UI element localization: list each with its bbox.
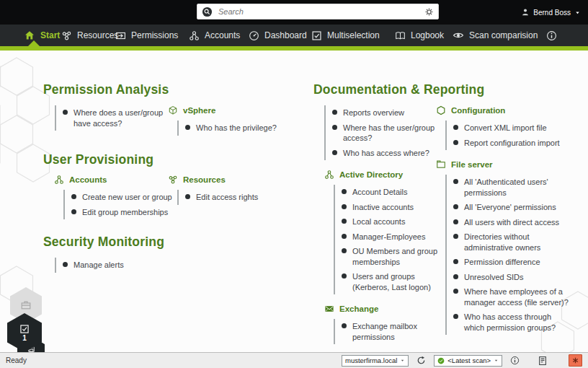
accounts-column: Accounts Create new user or group Edit g… <box>54 175 175 219</box>
bullet-icon <box>332 125 337 130</box>
section-title-documentation-reporting: Documentation & Reporting <box>313 82 484 97</box>
menu-link-everyone-permissions[interactable]: All 'Everyone' permissions <box>453 202 569 213</box>
accounts-org-icon <box>54 175 64 185</box>
active-tab-pointer <box>27 40 40 47</box>
logbook-icon <box>395 30 406 41</box>
bullet-icon <box>453 314 458 319</box>
scan-info-button[interactable] <box>510 356 520 365</box>
nav-accounts[interactable]: Accounts <box>189 25 240 46</box>
bullet-icon <box>342 204 347 209</box>
bullet-icon <box>453 274 458 279</box>
multiselection-icon <box>311 30 322 41</box>
menu-link-edit-memberships[interactable]: Edit group memberships <box>71 207 175 218</box>
nav-permissions[interactable]: Permissions <box>115 25 178 46</box>
chevron-down-icon <box>400 358 405 363</box>
bullet-icon <box>342 248 347 253</box>
start-page: Permission Analysis Where does a user/gr… <box>0 51 588 352</box>
scan-comparison-icon <box>453 30 464 41</box>
bullet-icon <box>453 125 458 130</box>
search-icon <box>202 6 213 17</box>
nav-scan-comparison[interactable]: Scan comparision <box>453 25 538 46</box>
permission-analysis-items: Where does a user/group have access? <box>55 105 176 131</box>
vsphere-cube-icon <box>168 105 178 115</box>
global-search[interactable] <box>197 4 439 19</box>
info-icon <box>510 356 520 365</box>
bullet-icon <box>453 259 458 264</box>
chevron-down-icon <box>574 9 581 16</box>
bullet-icon <box>453 140 458 145</box>
menu-link-access-through-permission-groups[interactable]: Who has access through which permission … <box>453 312 569 333</box>
menu-link-authenticated-users[interactable]: All 'Authenticated users' permissions <box>453 177 569 198</box>
file-server-icon <box>436 159 446 170</box>
alerts-button[interactable] <box>569 354 582 367</box>
security-monitoring-items: Manage alerts <box>55 258 176 273</box>
chevron-down-icon <box>494 358 499 363</box>
bullet-icon <box>453 204 458 209</box>
bullet-icon <box>63 110 68 115</box>
bullet-icon <box>185 125 190 130</box>
menu-link-who-has-access-where[interactable]: Who has access where? <box>332 148 453 159</box>
subsection-active-directory: Active Directory <box>324 170 453 180</box>
menu-link-direct-access[interactable]: All users with direct access <box>453 217 569 228</box>
report-icon <box>538 356 548 366</box>
user-menu[interactable]: Bernd Boss <box>521 0 581 25</box>
nav-dashboard[interactable]: Dashboard <box>249 25 307 46</box>
nav-logbook[interactable]: Logbook <box>395 25 444 46</box>
subsection-accounts: Accounts <box>54 175 175 185</box>
resources-column: Resources Edit access rights <box>168 175 289 205</box>
nav-multiselection[interactable]: Multiselection <box>311 25 380 46</box>
menu-link-permission-difference[interactable]: Permission difference <box>453 257 569 268</box>
search-options-gear-icon[interactable] <box>424 7 434 17</box>
accounts-icon <box>189 30 200 41</box>
menu-link-directories-without-owners[interactable]: Directories without administrative owner… <box>453 232 569 253</box>
section-title-permission-analysis: Permission Analysis <box>43 82 169 97</box>
section-title-security-monitoring: Security Monitoring <box>43 235 164 250</box>
bullet-icon <box>71 194 76 199</box>
domain-select[interactable]: musterfirma.local <box>342 355 409 367</box>
menu-link-edit-access-rights[interactable]: Edit access rights <box>185 192 289 203</box>
refresh-button[interactable] <box>416 356 426 365</box>
report-queue-button[interactable] <box>538 356 548 366</box>
menu-link-who-privilege[interactable]: Who has the privilege? <box>185 123 289 133</box>
main-nav: Start Resources Permissions Accounts Das… <box>0 25 588 46</box>
bullet-icon <box>342 273 347 279</box>
menu-link-create-user[interactable]: Create new user or group <box>71 192 175 203</box>
active-directory-icon <box>324 170 334 180</box>
bullet-icon <box>332 110 337 115</box>
section-title-user-provisioning: User Provisioning <box>43 152 153 167</box>
permissions-icon <box>115 30 126 41</box>
documentation-column-1: Reports overview Where has the user/grou… <box>324 105 453 344</box>
bullet-icon <box>342 219 347 224</box>
alert-asterisk-icon <box>571 356 579 364</box>
menu-link-reports-overview[interactable]: Reports overview <box>332 108 453 118</box>
refresh-icon <box>416 356 426 365</box>
briefcase-icon <box>20 299 32 311</box>
bullet-icon <box>453 289 458 294</box>
menu-link-where-has-access[interactable]: Where has the user/group access? <box>332 123 453 144</box>
user-icon <box>521 8 530 17</box>
menu-link-convert-xml[interactable]: Convert XML import file <box>453 123 569 133</box>
nav-resources[interactable]: Resources <box>61 25 118 46</box>
nav-info[interactable] <box>546 25 557 46</box>
menu-link-manager-employees-fileserver[interactable]: Where have employees of a manager access… <box>453 286 569 307</box>
bullet-icon <box>342 323 347 328</box>
bullet-icon <box>453 219 458 224</box>
bullet-icon <box>453 234 458 239</box>
bullet-icon <box>185 194 190 199</box>
documentation-column-2: Configuration Convert XML import file Re… <box>436 105 569 335</box>
subsection-file-server: File server <box>436 159 569 170</box>
menu-link-where-access[interactable]: Where does a user/group have access? <box>63 108 176 128</box>
menu-link-report-config-import[interactable]: Report configuration import <box>453 138 569 149</box>
dashboard-icon <box>249 30 259 41</box>
bullet-icon <box>332 150 337 155</box>
bullet-icon <box>342 189 347 194</box>
exchange-envelope-icon <box>324 304 334 314</box>
scan-select[interactable]: <Latest scan> <box>434 355 502 367</box>
menu-link-unresolved-sids[interactable]: Unresolved SIDs <box>453 272 569 283</box>
home-icon <box>24 30 35 41</box>
search-input[interactable] <box>217 6 420 17</box>
status-text: Ready <box>6 356 27 364</box>
subsection-exchange: Exchange <box>324 304 453 314</box>
subsection-configuration: Configuration <box>436 105 569 115</box>
menu-link-manage-alerts[interactable]: Manage alerts <box>63 260 176 271</box>
